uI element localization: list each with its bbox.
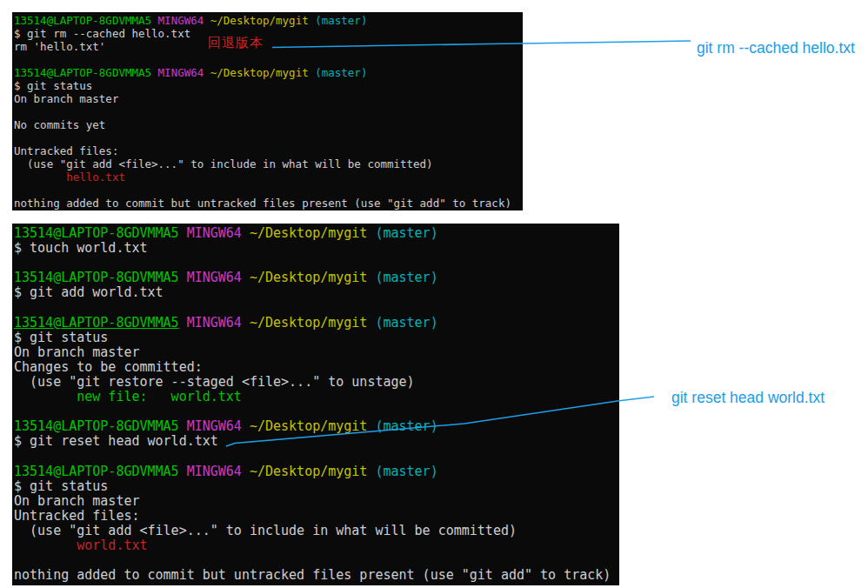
terminal-text-segment: 13514@LAPTOP-8GDVMMA5 [14,464,179,479]
terminal-text-segment: nothing added to commit but untracked fi… [14,567,611,583]
terminal-line: 13514@LAPTOP-8GDVMMA5 MINGW64 ~/Desktop/… [14,419,619,434]
terminal-text-segment: On branch master [14,92,118,105]
terminal-text-segment: hello.txt [66,170,125,184]
terminal-text-segment: Untracked files: [14,508,140,524]
terminal-line [14,449,619,464]
terminal-text-segment: Changes to be committed: [14,359,203,375]
terminal-text-segment: ~/Desktop/mygit [250,225,367,241]
terminal-line: nothing added to commit but untracked fi… [14,568,619,583]
terminal-text-segment: $ git status [14,79,92,92]
terminal-text-segment: ~/Desktop/mygit [250,418,367,434]
terminal-text-segment: (use "git add <file>..." to include in w… [14,157,433,170]
terminal-text-segment: 13514@LAPTOP-8GDVMMA5 [14,418,179,434]
terminal-text-segment: 13514@LAPTOP-8GDVMMA5 [14,315,179,331]
terminal-text-segment [151,14,158,27]
terminal-line [14,131,523,144]
terminal-text-segment: On branch master [14,493,140,509]
terminal-text-segment [242,270,250,285]
terminal-text-segment [204,14,210,27]
terminal-line: $ git rm --cached hello.txt [14,27,523,40]
terminal-text-segment: world.txt [77,538,147,553]
terminal-text-segment: rm 'hello.txt' [14,40,105,53]
terminal-line: 13514@LAPTOP-8GDVMMA5 MINGW64 ~/Desktop/… [14,14,523,27]
terminal-text-segment [179,270,187,285]
terminal-line: (use "git add <file>..." to include in w… [14,524,619,538]
terminal-text-segment: new file: world.txt [77,389,242,404]
rollback-version-label: 回退版本 [208,35,264,51]
terminal-text-segment: ~/Desktop/mygit [210,14,309,27]
terminal-text-segment: $ git reset head world.txt [14,433,218,449]
terminal-text-segment [242,418,250,434]
terminal-text-segment: ~/Desktop/mygit [250,464,367,479]
terminal-text-segment: MINGW64 [187,315,242,331]
terminal-line: $ touch world.txt [14,241,619,256]
terminal-line: 13514@LAPTOP-8GDVMMA5 MINGW64 ~/Desktop/… [14,316,619,331]
terminal-line: new file: world.txt [14,390,619,404]
terminal-line: world.txt [14,538,619,553]
terminal-line: 13514@LAPTOP-8GDVMMA5 MINGW64 ~/Desktop/… [14,226,619,241]
terminal-text-segment: MINGW64 [187,225,242,241]
terminal-text-segment [179,418,187,434]
terminal-line: nothing added to commit but untracked fi… [14,197,523,210]
terminal-line: 13514@LAPTOP-8GDVMMA5 MINGW64 ~/Desktop/… [14,464,619,479]
terminal-text-segment: $ git rm --cached hello.txt [14,27,190,40]
terminal-line: $ git status [14,331,619,345]
terminal-text-segment [242,225,250,241]
terminal-text-segment: (master) [315,14,367,27]
terminal-line [14,105,523,118]
terminal-text-segment [179,315,187,331]
terminal-text-segment: ~/Desktop/mygit [250,270,367,285]
terminal-line: 13514@LAPTOP-8GDVMMA5 MINGW64 ~/Desktop/… [14,66,523,79]
terminal-line: On branch master [14,345,619,360]
terminal-text-segment: MINGW64 [187,270,242,285]
terminal-line: (use "git restore --staged <file>..." to… [14,375,619,390]
terminal-text-segment: MINGW64 [158,14,204,27]
terminal-line: 13514@LAPTOP-8GDVMMA5 MINGW64 ~/Desktop/… [14,271,619,285]
terminal-text-segment: (master) [375,315,437,331]
terminal-line: $ git status [14,79,523,92]
terminal-text-segment [204,66,210,79]
terminal-line [14,553,619,568]
terminal-text-segment [14,170,66,184]
terminal-line [14,300,619,315]
git-bash-terminal-bottom: 13514@LAPTOP-8GDVMMA5 MINGW64 ~/Desktop/… [12,224,619,585]
terminal-text-segment: Untracked files: [14,144,118,157]
terminal-text-segment: On branch master [14,344,140,360]
terminal-line [14,404,619,419]
terminal-text-segment: 13514@LAPTOP-8GDVMMA5 [14,225,179,241]
terminal-text-segment: (master) [375,270,437,285]
terminal-text-segment: (use "git add <file>..." to include in w… [14,523,517,538]
terminal-line: Untracked files: [14,509,619,524]
git-bash-terminal-top: 13514@LAPTOP-8GDVMMA5 MINGW64 ~/Desktop/… [12,12,523,210]
terminal-text-segment [14,538,77,553]
terminal-line: $ git status [14,479,619,494]
terminal-line: hello.txt [14,170,523,184]
terminal-line: On branch master [14,92,523,105]
terminal-line: On branch master [14,494,619,509]
terminal-text-segment [242,315,250,331]
terminal-line: $ git reset head world.txt [14,434,619,449]
terminal-text-segment [179,464,187,479]
terminal-line: Changes to be committed: [14,360,619,375]
terminal-text-segment: 13514@LAPTOP-8GDVMMA5 [14,270,179,285]
terminal-text-segment: $ touch world.txt [14,240,148,256]
terminal-text-segment: (master) [375,225,437,241]
terminal-line [14,184,523,197]
terminal-text-segment: $ git status [14,478,108,494]
terminal-line: rm 'hello.txt' [14,40,523,53]
terminal-line: (use "git add <file>..." to include in w… [14,157,523,170]
terminal-text-segment: ~/Desktop/mygit [210,66,309,79]
terminal-text-segment: MINGW64 [187,464,242,479]
terminal-text-segment: (master) [375,464,437,479]
terminal-text-segment [14,389,77,404]
terminal-text-segment: nothing added to commit but untracked fi… [14,197,511,210]
annotation-note-git-reset: git reset head world.txt [671,389,825,407]
terminal-text-segment: 13514@LAPTOP-8GDVMMA5 [14,66,151,79]
terminal-text-segment: ~/Desktop/mygit [250,315,367,331]
terminal-line [14,256,619,271]
terminal-text-segment: MINGW64 [187,418,242,434]
terminal-text-segment: MINGW64 [158,66,204,79]
terminal-line [14,53,523,66]
terminal-text-segment [151,66,158,79]
terminal-text-segment: 13514@LAPTOP-8GDVMMA5 [14,14,151,27]
